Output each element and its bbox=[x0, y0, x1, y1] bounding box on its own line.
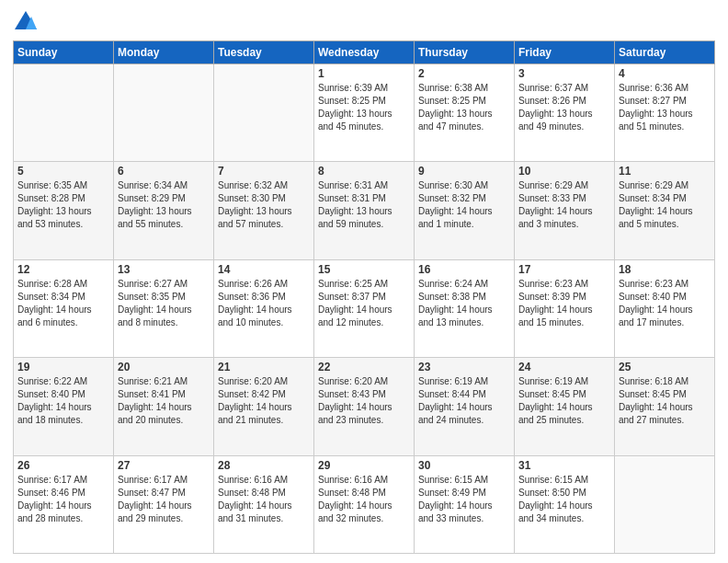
day-number: 14 bbox=[218, 263, 310, 276]
day-info: Sunrise: 6:16 AM Sunset: 8:48 PM Dayligh… bbox=[218, 474, 310, 525]
page: SundayMondayTuesdayWednesdayThursdayFrid… bbox=[0, 0, 728, 563]
day-number: 31 bbox=[518, 459, 610, 472]
day-info: Sunrise: 6:15 AM Sunset: 8:50 PM Dayligh… bbox=[518, 474, 610, 525]
calendar-cell: 17Sunrise: 6:23 AM Sunset: 8:39 PM Dayli… bbox=[515, 259, 615, 357]
col-header-monday: Monday bbox=[114, 41, 214, 64]
day-number: 3 bbox=[518, 67, 610, 80]
day-number: 19 bbox=[17, 361, 109, 373]
day-info: Sunrise: 6:24 AM Sunset: 8:38 PM Dayligh… bbox=[418, 278, 510, 329]
day-info: Sunrise: 6:21 AM Sunset: 8:41 PM Dayligh… bbox=[118, 375, 210, 427]
calendar-cell: 18Sunrise: 6:23 AM Sunset: 8:40 PM Dayli… bbox=[615, 259, 715, 357]
day-info: Sunrise: 6:31 AM Sunset: 8:31 PM Dayligh… bbox=[318, 179, 410, 231]
day-info: Sunrise: 6:29 AM Sunset: 8:34 PM Dayligh… bbox=[619, 179, 711, 231]
calendar-cell: 13Sunrise: 6:27 AM Sunset: 8:35 PM Dayli… bbox=[114, 259, 214, 357]
day-number: 12 bbox=[17, 263, 109, 276]
calendar-cell: 4Sunrise: 6:36 AM Sunset: 8:27 PM Daylig… bbox=[615, 64, 715, 162]
calendar-cell: 22Sunrise: 6:20 AM Sunset: 8:43 PM Dayli… bbox=[314, 358, 415, 455]
day-number: 29 bbox=[318, 459, 410, 472]
day-info: Sunrise: 6:19 AM Sunset: 8:44 PM Dayligh… bbox=[418, 375, 510, 427]
day-number: 7 bbox=[218, 165, 310, 178]
day-number: 13 bbox=[118, 263, 210, 276]
calendar-cell: 19Sunrise: 6:22 AM Sunset: 8:40 PM Dayli… bbox=[14, 358, 114, 455]
day-info: Sunrise: 6:18 AM Sunset: 8:45 PM Dayligh… bbox=[619, 375, 711, 427]
calendar-week-0: 1Sunrise: 6:39 AM Sunset: 8:25 PM Daylig… bbox=[14, 64, 715, 162]
logo bbox=[13, 9, 42, 35]
col-header-wednesday: Wednesday bbox=[314, 41, 415, 64]
day-number: 17 bbox=[518, 263, 610, 276]
calendar-cell: 1Sunrise: 6:39 AM Sunset: 8:25 PM Daylig… bbox=[314, 64, 415, 162]
calendar-cell bbox=[114, 64, 214, 162]
day-info: Sunrise: 6:37 AM Sunset: 8:26 PM Dayligh… bbox=[518, 82, 610, 133]
calendar-header-row: SundayMondayTuesdayWednesdayThursdayFrid… bbox=[14, 41, 715, 64]
day-info: Sunrise: 6:28 AM Sunset: 8:34 PM Dayligh… bbox=[17, 278, 109, 329]
day-number: 10 bbox=[518, 165, 610, 178]
day-info: Sunrise: 6:23 AM Sunset: 8:40 PM Dayligh… bbox=[619, 278, 711, 329]
day-info: Sunrise: 6:38 AM Sunset: 8:25 PM Dayligh… bbox=[418, 82, 510, 133]
day-info: Sunrise: 6:22 AM Sunset: 8:40 PM Dayligh… bbox=[17, 375, 109, 427]
day-number: 11 bbox=[619, 165, 711, 178]
calendar-cell: 11Sunrise: 6:29 AM Sunset: 8:34 PM Dayli… bbox=[615, 162, 715, 259]
day-number: 27 bbox=[118, 459, 210, 472]
day-info: Sunrise: 6:30 AM Sunset: 8:32 PM Dayligh… bbox=[418, 179, 510, 231]
calendar-cell: 7Sunrise: 6:32 AM Sunset: 8:30 PM Daylig… bbox=[214, 162, 314, 259]
calendar-cell: 12Sunrise: 6:28 AM Sunset: 8:34 PM Dayli… bbox=[14, 259, 114, 357]
calendar-cell: 5Sunrise: 6:35 AM Sunset: 8:28 PM Daylig… bbox=[14, 162, 114, 259]
day-info: Sunrise: 6:29 AM Sunset: 8:33 PM Dayligh… bbox=[518, 179, 610, 231]
calendar-cell: 26Sunrise: 6:17 AM Sunset: 8:46 PM Dayli… bbox=[14, 455, 114, 553]
header bbox=[13, 9, 715, 35]
day-number: 18 bbox=[619, 263, 711, 276]
calendar-week-4: 26Sunrise: 6:17 AM Sunset: 8:46 PM Dayli… bbox=[14, 455, 715, 553]
day-number: 23 bbox=[418, 361, 510, 373]
col-header-saturday: Saturday bbox=[615, 41, 715, 64]
day-number: 4 bbox=[619, 67, 711, 80]
calendar-cell bbox=[214, 64, 314, 162]
day-info: Sunrise: 6:20 AM Sunset: 8:42 PM Dayligh… bbox=[218, 375, 310, 427]
day-number: 22 bbox=[318, 361, 410, 373]
calendar-cell: 3Sunrise: 6:37 AM Sunset: 8:26 PM Daylig… bbox=[515, 64, 615, 162]
day-info: Sunrise: 6:17 AM Sunset: 8:47 PM Dayligh… bbox=[118, 474, 210, 525]
day-number: 26 bbox=[17, 459, 109, 472]
calendar-week-2: 12Sunrise: 6:28 AM Sunset: 8:34 PM Dayli… bbox=[14, 259, 715, 357]
day-info: Sunrise: 6:17 AM Sunset: 8:46 PM Dayligh… bbox=[17, 474, 109, 525]
day-number: 20 bbox=[118, 361, 210, 373]
calendar-cell: 21Sunrise: 6:20 AM Sunset: 8:42 PM Dayli… bbox=[214, 358, 314, 455]
calendar-week-1: 5Sunrise: 6:35 AM Sunset: 8:28 PM Daylig… bbox=[14, 162, 715, 259]
day-number: 5 bbox=[17, 165, 109, 178]
calendar-cell: 24Sunrise: 6:19 AM Sunset: 8:45 PM Dayli… bbox=[515, 358, 615, 455]
calendar-cell: 30Sunrise: 6:15 AM Sunset: 8:49 PM Dayli… bbox=[415, 455, 515, 553]
day-info: Sunrise: 6:36 AM Sunset: 8:27 PM Dayligh… bbox=[619, 82, 711, 133]
col-header-sunday: Sunday bbox=[14, 41, 114, 64]
calendar-cell: 25Sunrise: 6:18 AM Sunset: 8:45 PM Dayli… bbox=[615, 358, 715, 455]
calendar-cell: 23Sunrise: 6:19 AM Sunset: 8:44 PM Dayli… bbox=[415, 358, 515, 455]
day-info: Sunrise: 6:34 AM Sunset: 8:29 PM Dayligh… bbox=[118, 179, 210, 231]
day-info: Sunrise: 6:19 AM Sunset: 8:45 PM Dayligh… bbox=[518, 375, 610, 427]
calendar-cell: 10Sunrise: 6:29 AM Sunset: 8:33 PM Dayli… bbox=[515, 162, 615, 259]
day-info: Sunrise: 6:20 AM Sunset: 8:43 PM Dayligh… bbox=[318, 375, 410, 427]
day-info: Sunrise: 6:25 AM Sunset: 8:37 PM Dayligh… bbox=[318, 278, 410, 329]
day-number: 8 bbox=[318, 165, 410, 178]
calendar-cell bbox=[14, 64, 114, 162]
calendar-cell: 29Sunrise: 6:16 AM Sunset: 8:48 PM Dayli… bbox=[314, 455, 415, 553]
col-header-tuesday: Tuesday bbox=[214, 41, 314, 64]
day-info: Sunrise: 6:16 AM Sunset: 8:48 PM Dayligh… bbox=[318, 474, 410, 525]
calendar-cell bbox=[615, 455, 715, 553]
calendar-week-3: 19Sunrise: 6:22 AM Sunset: 8:40 PM Dayli… bbox=[14, 358, 715, 455]
day-number: 16 bbox=[418, 263, 510, 276]
day-number: 9 bbox=[418, 165, 510, 178]
calendar-cell: 9Sunrise: 6:30 AM Sunset: 8:32 PM Daylig… bbox=[415, 162, 515, 259]
day-info: Sunrise: 6:32 AM Sunset: 8:30 PM Dayligh… bbox=[218, 179, 310, 231]
calendar-cell: 6Sunrise: 6:34 AM Sunset: 8:29 PM Daylig… bbox=[114, 162, 214, 259]
day-number: 28 bbox=[218, 459, 310, 472]
calendar-cell: 2Sunrise: 6:38 AM Sunset: 8:25 PM Daylig… bbox=[415, 64, 515, 162]
day-info: Sunrise: 6:15 AM Sunset: 8:49 PM Dayligh… bbox=[418, 474, 510, 525]
day-info: Sunrise: 6:27 AM Sunset: 8:35 PM Dayligh… bbox=[118, 278, 210, 329]
calendar-cell: 15Sunrise: 6:25 AM Sunset: 8:37 PM Dayli… bbox=[314, 259, 415, 357]
calendar-cell: 16Sunrise: 6:24 AM Sunset: 8:38 PM Dayli… bbox=[415, 259, 515, 357]
calendar-cell: 8Sunrise: 6:31 AM Sunset: 8:31 PM Daylig… bbox=[314, 162, 415, 259]
calendar-cell: 31Sunrise: 6:15 AM Sunset: 8:50 PM Dayli… bbox=[515, 455, 615, 553]
day-info: Sunrise: 6:23 AM Sunset: 8:39 PM Dayligh… bbox=[518, 278, 610, 329]
day-number: 21 bbox=[218, 361, 310, 373]
calendar-cell: 14Sunrise: 6:26 AM Sunset: 8:36 PM Dayli… bbox=[214, 259, 314, 357]
day-number: 24 bbox=[518, 361, 610, 373]
calendar-cell: 28Sunrise: 6:16 AM Sunset: 8:48 PM Dayli… bbox=[214, 455, 314, 553]
